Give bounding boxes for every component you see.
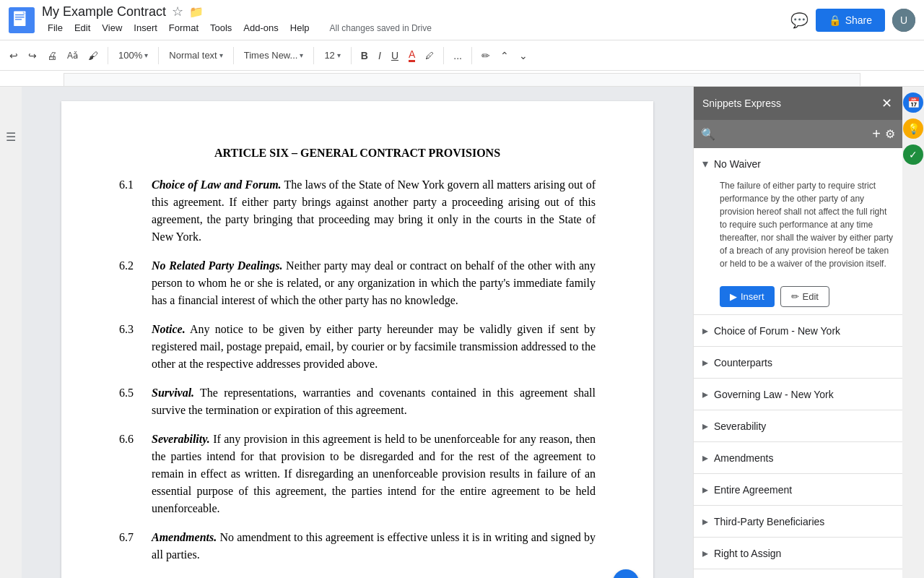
edit-button[interactable]: ✏ Edit xyxy=(780,286,829,307)
section-body-6-2: No Related Party Dealings. Neither party… xyxy=(152,257,596,309)
snippet-governing-law: ▸ Governing Law - New York xyxy=(694,379,902,410)
snippet-severability: ▸ Severability xyxy=(694,410,902,442)
snippet-counterparts-header[interactable]: ▸ Counterparts xyxy=(694,347,902,378)
add-snippet-button[interactable]: + xyxy=(872,126,881,142)
chevron-right-icon-3: ▸ xyxy=(702,387,708,401)
section-body-6-5: Survival. The representations, warrantie… xyxy=(152,384,596,419)
underline-button[interactable]: U xyxy=(388,47,402,64)
redo-button[interactable]: ↪ xyxy=(25,47,40,64)
document-page: ARTICLE SIX – GENERAL CONTRACT PROVISION… xyxy=(61,101,653,578)
left-gutter: ☰ xyxy=(0,87,22,578)
paint-format-button[interactable]: 🖌 xyxy=(84,47,102,64)
section-6-6: 6.6 Severability. If any provision in th… xyxy=(119,431,596,517)
size-arrow: ▾ xyxy=(337,51,341,59)
menu-view[interactable]: View xyxy=(96,20,128,36)
zoom-dropdown[interactable]: 100% ▾ xyxy=(114,48,152,63)
checkmark-icon[interactable]: ✓ xyxy=(903,144,923,165)
toolbar-sep-4 xyxy=(313,47,314,64)
font-color-button[interactable]: A xyxy=(405,46,419,65)
expand-button[interactable]: ⌃ xyxy=(497,47,513,64)
collapse-button[interactable]: ⌄ xyxy=(515,47,531,64)
size-label: 12 xyxy=(324,50,334,61)
print-button[interactable]: 🖨 xyxy=(43,47,61,64)
snippet-amendments: ▸ Amendments xyxy=(694,442,902,474)
toolbar-sep-3 xyxy=(233,47,234,64)
snippet-right-to-assign-header[interactable]: ▸ Right to Assign xyxy=(694,538,902,569)
section-body-6-6: Severability. If any provision in this a… xyxy=(152,431,596,517)
article-title: ARTICLE SIX – GENERAL CONTRACT PROVISION… xyxy=(119,144,596,162)
snippet-choice-of-forum: ▸ Choice of Forum - New York xyxy=(694,315,902,347)
section-6-2: 6.2 No Related Party Dealings. Neither p… xyxy=(119,257,596,309)
fab-button[interactable]: + xyxy=(613,569,639,578)
snippet-severability-header[interactable]: ▸ Severability xyxy=(694,410,902,441)
style-label: Normal text xyxy=(169,50,217,61)
snippet-counterparts-label: Counterparts xyxy=(714,357,772,368)
font-dropdown[interactable]: Times New... ▾ xyxy=(240,48,308,63)
size-dropdown[interactable]: 12 ▾ xyxy=(320,48,344,63)
panel-close-button[interactable]: ✕ xyxy=(880,94,894,113)
snippet-no-waiver-content: The failure of either party to require s… xyxy=(694,179,902,279)
section-6-8: 6.8 Assignment. Neither party may assign… xyxy=(119,575,596,578)
avatar: U xyxy=(892,9,915,32)
folder-icon[interactable]: 📁 xyxy=(189,5,204,19)
snippet-relationship-header[interactable]: ▸ Relationship of the Parties xyxy=(694,569,902,578)
share-button[interactable]: 🔒 Share xyxy=(816,9,885,32)
spellcheck-button[interactable]: Aǎ xyxy=(64,48,82,64)
menu-bar: File Edit View Insert Format Tools Add-o… xyxy=(42,20,783,36)
snippet-no-waiver-header[interactable]: ▾ No Waiver xyxy=(694,148,902,179)
doc-icon xyxy=(9,7,35,33)
more-options-button[interactable]: ... xyxy=(450,47,466,64)
search-bar: 🔍 + ⚙ xyxy=(694,120,902,148)
snippet-no-waiver: ▾ No Waiver The failure of either party … xyxy=(694,148,902,315)
snippet-no-waiver-actions: ▶ Insert ✏ Edit xyxy=(694,286,902,314)
section-num-6-5: 6.5 xyxy=(119,384,144,419)
ruler xyxy=(0,71,924,87)
snippet-entire-agreement-header[interactable]: ▸ Entire Agreement xyxy=(694,474,902,505)
menu-insert[interactable]: Insert xyxy=(128,20,163,36)
snippet-right-to-assign-label: Right to Assign xyxy=(714,548,781,559)
pencil-mode-button[interactable]: ✏ xyxy=(478,47,494,64)
style-dropdown[interactable]: Normal text ▾ xyxy=(165,48,227,63)
menu-format[interactable]: Format xyxy=(163,20,204,36)
snippet-third-party-header[interactable]: ▸ Third-Party Beneficiaries xyxy=(694,506,902,537)
main-area: ☰ ARTICLE SIX – GENERAL CONTRACT PROVISI… xyxy=(0,87,924,578)
undo-button[interactable]: ↩ xyxy=(6,47,22,64)
menu-edit[interactable]: Edit xyxy=(69,20,96,36)
menu-addons[interactable]: Add-ons xyxy=(237,20,284,36)
snippet-governing-law-header[interactable]: ▸ Governing Law - New York xyxy=(694,379,902,410)
snippet-choice-of-forum-header[interactable]: ▸ Choice of Forum - New York xyxy=(694,315,902,346)
menu-tools[interactable]: Tools xyxy=(204,20,237,36)
snippets-panel: Snippets Express ✕ 🔍 + ⚙ ▾ No Waiver The… xyxy=(693,87,902,578)
top-bar: My Example Contract ☆ 📁 File Edit View I… xyxy=(0,0,924,40)
menu-help[interactable]: Help xyxy=(284,20,315,36)
snippet-choice-of-forum-label: Choice of Forum - New York xyxy=(714,325,840,337)
comment-button[interactable]: 💬 xyxy=(790,12,808,29)
bold-button[interactable]: B xyxy=(357,47,372,64)
section-num-6-3: 6.3 xyxy=(119,321,144,373)
toolbar-sep-5 xyxy=(351,47,352,64)
lock-icon: 🔒 xyxy=(829,14,841,26)
highlight-button[interactable]: 🖊 xyxy=(422,48,437,64)
ruler-inner xyxy=(64,73,860,86)
menu-file[interactable]: File xyxy=(42,20,69,36)
italic-button[interactable]: I xyxy=(375,47,385,64)
snippet-counterparts: ▸ Counterparts xyxy=(694,347,902,379)
settings-button[interactable]: ⚙ xyxy=(885,127,895,141)
snippet-third-party-label: Third-Party Beneficiaries xyxy=(714,516,824,527)
lightbulb-icon[interactable]: 💡 xyxy=(903,118,923,139)
toolbar-sep-2 xyxy=(158,47,159,64)
calendar-icon[interactable]: 📅 xyxy=(903,92,923,113)
chevron-right-icon-2: ▸ xyxy=(702,355,708,369)
chevron-right-icon-7: ▸ xyxy=(702,514,708,528)
section-body-6-8: Assignment. Neither party may assign thi… xyxy=(152,575,596,578)
star-icon[interactable]: ☆ xyxy=(172,4,183,20)
snippet-right-to-assign: ▸ Right to Assign xyxy=(694,538,902,569)
snippet-third-party: ▸ Third-Party Beneficiaries xyxy=(694,506,902,538)
doc-title[interactable]: My Example Contract xyxy=(42,4,166,20)
insert-button[interactable]: ▶ Insert xyxy=(720,286,775,307)
section-num-6-1: 6.1 xyxy=(119,176,144,246)
section-6-7: 6.7 Amendments. No amendment to this agr… xyxy=(119,529,596,564)
snippet-amendments-header[interactable]: ▸ Amendments xyxy=(694,442,902,473)
doc-area[interactable]: ARTICLE SIX – GENERAL CONTRACT PROVISION… xyxy=(22,87,693,578)
search-input[interactable] xyxy=(720,129,868,140)
